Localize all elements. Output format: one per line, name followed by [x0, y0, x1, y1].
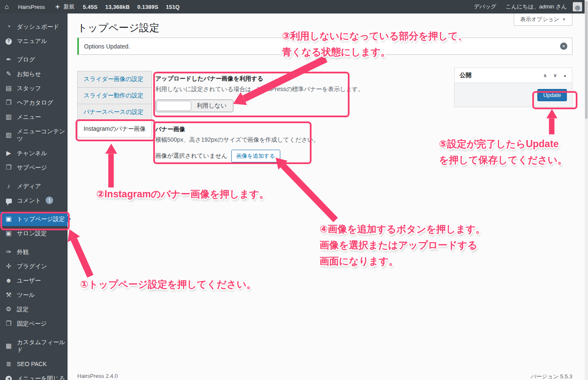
annotation-line: 画面になります。 — [320, 253, 485, 269]
user-icon: ☻ — [4, 277, 13, 284]
sidebar-item-salon-settings[interactable]: ▣ サロン設定 — [0, 226, 68, 240]
document-icon: ▥ — [4, 131, 13, 139]
avatar: ☻ — [573, 2, 582, 11]
stat-memory: 13,368kB — [101, 4, 133, 10]
sidebar-item-news[interactable]: ✎ お知らせ — [0, 67, 68, 81]
sidebar-item-manual[interactable]: ? マニュアル — [0, 34, 68, 48]
banner-use-toggle[interactable]: 利用しない — [155, 100, 233, 112]
footer-theme-version: HairsPress 2.4.0 — [77, 373, 118, 379]
sidebar-item-hair-catalog[interactable]: ❐ ヘアカタログ — [0, 95, 68, 110]
screen-options-button[interactable]: 表示オプション ▼ — [514, 13, 572, 26]
update-button[interactable]: Update — [537, 89, 567, 101]
publish-box-header[interactable]: 公開 ∧ ∨ ▲ — [455, 68, 572, 83]
admin-sidebar: ◔ ダッシュボード ? マニュアル ✒ ブログ ✎ お知らせ ▤ スタッフ ❐ … — [0, 13, 68, 380]
settings-icon: ⚙ — [4, 305, 13, 313]
sidebar-item-toppage-settings[interactable]: ▣ トップページ設定 — [0, 212, 68, 226]
sidebar-item-label: ブログ — [17, 56, 35, 63]
dismiss-notice-icon[interactable]: ✕ — [560, 43, 567, 50]
media-icon: ♪ — [4, 182, 13, 190]
annotation-arrow-step5 — [549, 119, 555, 135]
options-doc-icon: ▣ — [4, 215, 13, 223]
collapse-panel-icon[interactable]: ▲ — [563, 73, 567, 78]
sidebar-item-label: ユーザー — [17, 277, 41, 284]
chevron-down-icon: ▼ — [562, 17, 566, 22]
my-account-menu[interactable]: こんにちは、admin さん ☻ — [501, 0, 582, 13]
sidebar-item-label: 設定 — [17, 305, 29, 313]
sidebar-item-menu-content[interactable]: ▥ メニューコンテンツ — [0, 124, 68, 146]
site-name-link[interactable]: HairsPress — [14, 0, 50, 13]
new-content-menu[interactable]: ＋ 新規 — [49, 0, 79, 13]
tab-instagram-banner[interactable]: Instagramのバナー画像 — [78, 121, 152, 137]
sidebar-item-label: カスタムフィールド — [17, 338, 68, 353]
sidebar-item-label: マニュアル — [17, 37, 47, 45]
tab-slider-images[interactable]: スライダー画像の設定 — [78, 71, 152, 88]
no-image-text: 画像が選択されていません — [155, 152, 228, 160]
sidebar-item-users[interactable]: ☻ ユーザー — [0, 273, 68, 288]
annotation-step4: ④画像を追加するボタンを押します。 画像を選択またはアップロードする 画面になり… — [320, 221, 485, 269]
user-silhouette-icon: ☻ — [573, 4, 582, 11]
sidebar-item-label: プラグイン — [17, 262, 47, 270]
publish-box-body: Update — [455, 83, 572, 107]
comment-icon — [4, 197, 13, 204]
sidebar-item-seo-pack[interactable]: ≣ SEO PACK — [0, 357, 68, 371]
sidebar-item-appearance[interactable]: ✑ 外観 — [0, 245, 68, 259]
sidebar-item-blog[interactable]: ✒ ブログ — [0, 52, 68, 67]
publish-box-controls: ∧ ∨ ▲ — [543, 73, 567, 78]
sidebar-separator — [0, 175, 68, 179]
annotation-arrow-step1 — [71, 238, 94, 278]
home-icon: ⌂ — [5, 3, 9, 10]
notice-text: Options Updated. — [84, 43, 130, 50]
annotation-line: ②Instagramのバナー画像を押します。 — [96, 186, 269, 202]
move-up-icon[interactable]: ∧ — [543, 73, 547, 78]
publish-box-title: 公開 — [460, 72, 471, 79]
dashboard-icon: ◔ — [4, 23, 13, 30]
settings-tab-list: スライダー画像の設定 スライダー動作の設定 バナースペースの設定 Instagr… — [77, 71, 152, 137]
help-icon: ? — [4, 37, 13, 45]
sidebar-item-dashboard[interactable]: ◔ ダッシュボード — [0, 19, 68, 34]
sidebar-item-settings[interactable]: ⚙ 設定 — [0, 302, 68, 316]
wp-home-menu[interactable]: ⌂ — [0, 0, 14, 13]
sidebar-separator — [0, 240, 68, 245]
sidebar-item-label: スタッフ — [17, 84, 41, 92]
stat-query-count: 151Q — [162, 4, 184, 10]
panel-heading: バナー画像 — [155, 126, 320, 133]
sidebar-item-label: チャンネル — [17, 149, 47, 157]
sidebar-item-collapse-menu[interactable]: ◀ メニューを閉じる — [0, 371, 68, 380]
sidebar-item-comments[interactable]: コメント 1 — [0, 193, 68, 208]
sidebar-item-subpage[interactable]: ❐ サブページ — [0, 160, 68, 175]
debug-menu[interactable]: デバッグ — [469, 0, 501, 13]
sidebar-item-tools[interactable]: ⚒ ツール — [0, 288, 68, 302]
greeting-text: こんにちは、admin さん — [506, 3, 567, 11]
annotation-step5: ⑤設定が完了したらUpdate を押して保存してください。 — [439, 136, 567, 168]
sidebar-item-plugins[interactable]: ✢ プラグイン — [0, 259, 68, 273]
page-scrollbar[interactable] — [585, 0, 588, 380]
annotation-line: 画像を選択またはアップロードする — [320, 237, 485, 253]
sidebar-item-custom-fields[interactable]: ▦ カスタムフィールド — [0, 335, 68, 357]
sidebar-item-label: トップページ設定 — [17, 215, 65, 223]
wrench-icon: ⚒ — [4, 291, 13, 299]
annotation-line: ④画像を追加するボタンを押します。 — [320, 221, 485, 237]
toggle-knob — [157, 101, 191, 111]
admin-bar: ⌂ HairsPress ＋ 新規 5.45S 13,368kB 0.1389S… — [0, 0, 588, 13]
pushpin-icon: ✒ — [4, 56, 13, 63]
tab-slider-behavior[interactable]: スライダー動作の設定 — [78, 88, 152, 104]
sidebar-item-menu[interactable]: ▥ メニュー — [0, 110, 68, 124]
annotation-line: ⑤設定が完了したらUpdate — [439, 136, 567, 152]
scrollbar-thumb[interactable] — [585, 1, 588, 119]
publish-box: 公開 ∧ ∨ ▲ Update — [454, 67, 572, 107]
tab-label: スライダー画像の設定 — [84, 75, 144, 83]
sidebar-item-label: コメント — [17, 197, 41, 204]
sidebar-item-label: お知らせ — [17, 70, 41, 78]
annotation-arrow-step4 — [281, 163, 338, 222]
tab-banner-space[interactable]: バナースペースの設定 — [78, 104, 152, 121]
sidebar-item-staff[interactable]: ▤ スタッフ — [0, 81, 68, 95]
sidebar-item-channel[interactable]: ▶ チャンネル — [0, 146, 68, 160]
sidebar-item-media[interactable]: ♪ メディア — [0, 179, 68, 193]
move-down-icon[interactable]: ∨ — [553, 73, 557, 78]
sidebar-item-pages[interactable]: ❐ 固定ページ — [0, 316, 68, 331]
page-title: トップページ設定 — [77, 21, 160, 35]
debug-label: デバッグ — [474, 3, 496, 11]
sidebar-separator — [0, 331, 68, 335]
toggle-label: 利用しない — [191, 102, 232, 110]
annotation-step3: ③利用しないになっている部分を押して、 青くなる状態にします。 — [282, 28, 468, 60]
